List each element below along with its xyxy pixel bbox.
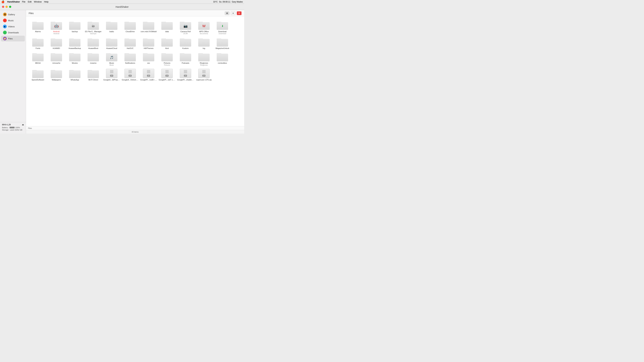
folder-icon: 🗂 — [88, 20, 99, 30]
file-name: Download — [218, 30, 226, 32]
folder-overlay — [106, 22, 118, 30]
file-item[interactable]: 🗂 ES File E...Managerbackups — [84, 19, 102, 36]
folder-overlay — [51, 54, 62, 61]
file-item[interactable]: ZIP superuser-r275.zip — [195, 67, 213, 82]
file-item[interactable]: PicturesPictures — [158, 51, 176, 67]
folder-icon — [124, 37, 136, 46]
file-item[interactable]: baidu — [102, 19, 121, 36]
path-bar: Files — [26, 126, 244, 130]
apple-icon[interactable]: 🍎 — [1, 0, 4, 3]
file-item[interactable]: mowmo — [84, 51, 102, 67]
minimize-button[interactable] — [6, 6, 8, 8]
file-item[interactable]: mmcache — [47, 51, 66, 67]
file-item[interactable]: ifont — [158, 36, 176, 51]
sidebar-item-gallery[interactable]: 🖼 Gallery — [1, 11, 25, 17]
file-item[interactable]: W WPS Officedocuments — [195, 19, 213, 36]
file-item[interactable]: backup — [66, 19, 84, 36]
sidebar-item-files[interactable]: 📁 Files — [1, 36, 25, 41]
file-item[interactable]: Wi-Fi Direct — [84, 67, 102, 82]
file-sub: documents — [200, 33, 208, 34]
file-item[interactable]: HUAWEI — [47, 36, 66, 51]
file-item[interactable]: Alarms — [29, 19, 47, 36]
file-item[interactable]: 🤖 AndroidAndroid — [47, 19, 66, 36]
folder-overlay: W — [198, 22, 210, 30]
file-item[interactable]: WhatsApp — [66, 67, 84, 82]
close-action-button[interactable]: ✕ — [237, 11, 242, 15]
file-item[interactable]: HuaweiCloud — [102, 36, 121, 51]
file-item[interactable]: HuaweiBoot — [84, 36, 102, 51]
file-item[interactable]: 📷 Camera RollDCIM — [176, 19, 195, 36]
folder-icon — [32, 52, 44, 61]
maximize-button[interactable] — [9, 6, 11, 8]
file-item[interactable]: HuaweiBackup — [66, 36, 84, 51]
zip-icon: ZIP — [180, 69, 191, 78]
file-item[interactable]: SpeedSoftware — [29, 67, 47, 82]
file-name: baidu — [110, 30, 114, 32]
file-name: ifont — [165, 47, 169, 49]
file-item[interactable]: com.mdv.VVSMobil — [139, 19, 158, 36]
file-item[interactable]: CloudDrive — [121, 19, 139, 36]
file-item[interactable]: HWThemes — [139, 36, 158, 51]
folder-icon: 📷 — [180, 20, 191, 30]
file-item[interactable]: ZIP GoogleA...ildProp.zip — [102, 67, 121, 82]
file-item[interactable]: Podcasts — [176, 51, 195, 67]
menu-edit[interactable]: Edit — [28, 0, 32, 3]
file-item[interactable]: Notifications — [121, 51, 139, 67]
music-icon: ♪ — [3, 18, 7, 22]
file-item[interactable]: data — [158, 19, 176, 36]
file-item[interactable]: MEGA — [29, 51, 47, 67]
list-view-button[interactable]: ≡ — [231, 11, 236, 15]
menu-help[interactable]: Help — [44, 0, 48, 3]
file-name: mmcache — [52, 62, 60, 64]
file-name: Music — [109, 62, 114, 64]
file-item[interactable]: RingtonesRingtones — [195, 51, 213, 67]
close-button[interactable] — [2, 6, 4, 8]
sidebar-item-music[interactable]: ♪ Music — [1, 17, 25, 23]
file-item[interactable]: romtoolbox — [213, 51, 232, 67]
folder-icon: 🤖 — [51, 20, 62, 30]
file-name: Fonts — [36, 47, 40, 49]
folder-overlay — [51, 70, 62, 78]
file-item[interactable]: Wallpapers — [47, 67, 66, 82]
folder-overlay — [88, 70, 99, 78]
menu-file[interactable]: File — [22, 0, 26, 3]
zip-lines — [184, 70, 187, 73]
folder-icon — [143, 20, 154, 30]
file-item[interactable]: log — [195, 36, 213, 51]
files-icon: 📁 — [3, 37, 7, 40]
folder-overlay — [32, 54, 44, 61]
file-item[interactable]: Fonts — [29, 36, 47, 51]
file-item[interactable]: ZIP GooglePi...shable.zip — [176, 67, 195, 82]
eject-icon[interactable]: ⏏ — [22, 123, 24, 126]
zip-lines — [147, 70, 150, 73]
file-item[interactable]: MagazineUnlock — [213, 36, 232, 51]
file-item[interactable]: Movies — [66, 51, 84, 67]
file-item[interactable]: ZIP GoogleA...tVelvet.zip — [121, 67, 139, 82]
file-name: MEGA — [35, 62, 40, 64]
file-item[interactable]: 🎵 MusicMusic — [102, 51, 121, 67]
file-item[interactable]: ZIP GooglePi...roid6+.zip — [139, 67, 158, 82]
file-name: HuaweiCloud — [106, 47, 117, 49]
sidebar: 🖼 Gallery ♪ Music ▶ Videos ↓ Downloads 📁… — [0, 10, 26, 134]
folder-icon — [124, 20, 136, 30]
sidebar-item-videos[interactable]: ▶ Videos — [1, 24, 25, 29]
folder-overlay — [161, 54, 173, 61]
file-item[interactable]: ⬇ DownloadDownload — [213, 19, 232, 36]
file-item[interactable]: HwOUC — [121, 36, 139, 51]
folder-icon — [143, 52, 154, 61]
status-bar: 43 items — [26, 130, 244, 134]
grid-view-button[interactable]: ⊞ — [225, 11, 230, 15]
menu-items: File Edit Window Help — [22, 0, 48, 3]
file-item[interactable]: osc — [139, 51, 158, 67]
file-item[interactable]: ZIP GooglePi...oid7.1.zip — [158, 67, 176, 82]
menu-window[interactable]: Window — [34, 0, 42, 3]
folder-overlay — [217, 39, 228, 46]
file-name: HwOUC — [127, 47, 134, 49]
folder-overlay — [32, 70, 44, 78]
sidebar-item-downloads[interactable]: ↓ Downloads — [1, 30, 25, 35]
folder-icon — [143, 37, 154, 46]
file-name: HUAWEI — [53, 47, 60, 49]
file-item[interactable]: Kustom — [176, 36, 195, 51]
folder-icon — [198, 37, 210, 46]
clock: So. 09:00:11 — [219, 1, 230, 3]
